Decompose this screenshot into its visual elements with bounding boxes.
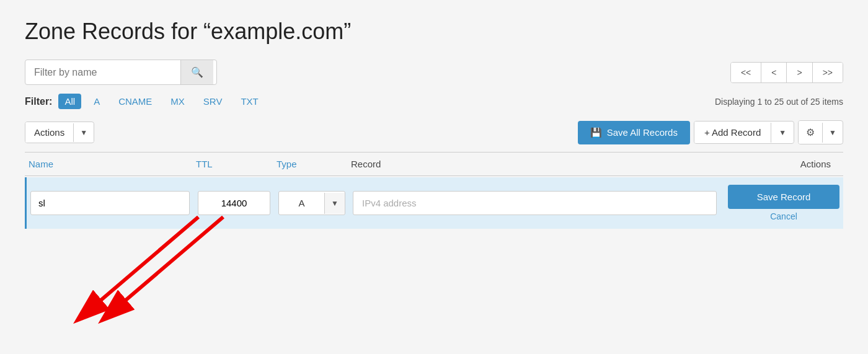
- caret-down-icon: ▼: [80, 128, 87, 137]
- ttl-cell: [198, 191, 278, 215]
- gear-icon: ⚙: [806, 126, 815, 138]
- filter-all[interactable]: All: [58, 94, 81, 109]
- actions-dropdown: Actions ▼: [25, 122, 94, 143]
- pagination-last[interactable]: >>: [813, 63, 843, 82]
- col-header-actions: Actions: [732, 159, 843, 169]
- col-header-record: Record: [351, 159, 732, 169]
- gear-group: ⚙ ▼: [798, 120, 843, 144]
- name-input[interactable]: [30, 191, 190, 215]
- col-header-ttl[interactable]: TTL: [196, 159, 277, 169]
- type-select-group: A ▼: [278, 191, 345, 215]
- filter-mx[interactable]: MX: [164, 94, 191, 109]
- add-record-caret-button[interactable]: ▼: [771, 123, 794, 143]
- search-box: 🔍: [25, 60, 217, 85]
- actions-bar: Actions ▼ 💾 Save All Records + Add Recor…: [25, 120, 843, 153]
- right-buttons: 💾 Save All Records + Add Record ▼ ⚙ ▼: [578, 120, 843, 144]
- gear-caret-icon: ▼: [829, 128, 836, 137]
- page-title: Zone Records for “example.com”: [25, 19, 843, 45]
- new-record-row: A ▼ Save Record Cancel: [25, 177, 843, 229]
- search-input[interactable]: [25, 61, 180, 84]
- table-header: Name TTL Type Record Actions: [25, 153, 843, 176]
- save-all-records-button[interactable]: 💾 Save All Records: [578, 121, 690, 144]
- name-cell: [30, 191, 198, 215]
- cancel-link[interactable]: Cancel: [770, 211, 797, 221]
- pagination: << < > >>: [730, 62, 843, 83]
- col-header-type[interactable]: Type: [277, 159, 351, 169]
- record-cell: [353, 191, 728, 215]
- ttl-input[interactable]: [198, 191, 270, 215]
- svg-line-2: [118, 217, 223, 307]
- type-caret-icon: ▼: [331, 199, 339, 208]
- add-record-label: + Add Record: [704, 127, 761, 138]
- display-info: Displaying 1 to 25 out of 25 items: [715, 97, 843, 107]
- filter-txt[interactable]: TXT: [234, 94, 264, 109]
- type-caret-button[interactable]: ▼: [324, 193, 345, 214]
- type-cell: A ▼: [278, 191, 353, 215]
- add-record-group: + Add Record ▼: [694, 121, 794, 144]
- filter-label: Filter:: [25, 96, 52, 107]
- type-display: A: [279, 192, 324, 215]
- search-button[interactable]: 🔍: [180, 60, 213, 84]
- gear-button[interactable]: ⚙: [799, 121, 822, 144]
- col-header-name[interactable]: Name: [29, 159, 196, 169]
- actions-main-button[interactable]: Actions: [25, 122, 73, 143]
- filter-row: Filter: All A CNAME MX SRV TXT Displayin…: [25, 94, 843, 109]
- save-record-button[interactable]: Save Record: [728, 185, 839, 209]
- save-icon: 💾: [590, 127, 602, 138]
- row-actions-cell: Save Record Cancel: [728, 185, 839, 221]
- add-record-button[interactable]: + Add Record: [694, 122, 771, 143]
- gear-caret-button[interactable]: ▼: [822, 123, 843, 143]
- svg-line-1: [93, 217, 198, 307]
- pagination-first[interactable]: <<: [731, 63, 761, 82]
- ipv4-input[interactable]: [353, 191, 717, 215]
- actions-caret-button[interactable]: ▼: [73, 123, 94, 142]
- save-all-label: Save All Records: [607, 127, 678, 138]
- search-icon: 🔍: [191, 66, 203, 78]
- add-record-caret-icon: ▼: [779, 128, 786, 137]
- filter-a[interactable]: A: [87, 94, 106, 109]
- pagination-prev[interactable]: <: [761, 63, 787, 82]
- filter-cname[interactable]: CNAME: [112, 94, 158, 109]
- pagination-next[interactable]: >: [787, 63, 812, 82]
- filter-srv[interactable]: SRV: [197, 94, 229, 109]
